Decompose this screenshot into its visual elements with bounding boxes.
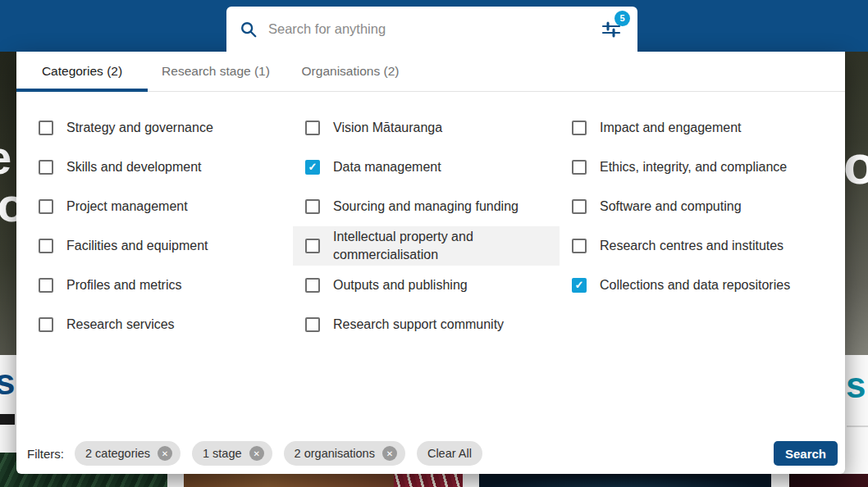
- category-option[interactable]: Research services: [26, 305, 293, 344]
- filter-overlay-panel: Categories (2) Research stage (1) Organi…: [16, 52, 845, 474]
- background-divider: [847, 426, 868, 427]
- filter-chips: 2 categories✕1 stage✕2 organisations✕Cle…: [75, 441, 482, 466]
- category-option-label: Intellectual property and commercialisat…: [333, 228, 550, 263]
- checkbox-unchecked-icon[interactable]: [39, 239, 53, 253]
- card-image-water: [479, 474, 771, 487]
- filter-chip-label: 1 stage: [203, 447, 242, 460]
- tab-categories[interactable]: Categories (2): [16, 52, 148, 91]
- category-option-label: Research services: [66, 316, 175, 334]
- hero-text-fragment: e: [0, 134, 11, 181]
- checkbox-unchecked-icon[interactable]: [305, 317, 320, 332]
- category-option[interactable]: Facilities and equipment: [26, 226, 293, 266]
- category-option[interactable]: Profiles and metrics: [26, 266, 293, 305]
- checkbox-unchecked-icon[interactable]: [305, 278, 320, 293]
- card-image-dark: [789, 474, 868, 487]
- category-option-label: Sourcing and managing funding: [333, 198, 519, 216]
- category-option-label: Impact and engagement: [600, 119, 742, 137]
- tab-research-stage[interactable]: Research stage (1): [148, 52, 284, 91]
- category-option[interactable]: Intellectual property and commercialisat…: [293, 226, 560, 266]
- category-option-label: Collections and data repositories: [600, 276, 790, 294]
- filter-chip-label: 2 organisations: [295, 447, 375, 460]
- search-button[interactable]: Search: [774, 441, 838, 466]
- category-option[interactable]: ✓Collections and data repositories: [560, 266, 822, 305]
- category-option[interactable]: Vision Mātauranga: [293, 108, 560, 148]
- category-option-label: Strategy and governance: [66, 119, 213, 137]
- checkbox-unchecked-icon[interactable]: [572, 199, 587, 214]
- checkbox-checked-icon[interactable]: ✓: [305, 160, 320, 175]
- search-input[interactable]: [268, 21, 601, 37]
- checkbox-unchecked-icon[interactable]: [39, 160, 53, 175]
- remove-filter-icon[interactable]: ✕: [249, 446, 264, 461]
- checkbox-unchecked-icon[interactable]: [39, 199, 53, 214]
- card-image-flags: [394, 474, 463, 487]
- filter-count-badge: 5: [614, 11, 630, 26]
- filter-tabs: Categories (2) Research stage (1) Organi…: [16, 52, 845, 92]
- checkbox-unchecked-icon[interactable]: [572, 239, 587, 253]
- category-option[interactable]: Outputs and publishing: [293, 266, 560, 305]
- category-option[interactable]: ✓Data management: [293, 148, 560, 187]
- remove-filter-icon[interactable]: ✕: [158, 446, 172, 461]
- category-option[interactable]: Project management: [26, 187, 293, 226]
- category-option[interactable]: Research support community: [293, 305, 560, 344]
- filters-label: Filters:: [27, 447, 64, 461]
- category-option-label: Data management: [333, 158, 441, 176]
- category-option[interactable]: Skills and development: [26, 148, 293, 187]
- category-option-label: Research centres and institutes: [600, 237, 783, 255]
- filter-settings-button[interactable]: 5: [601, 20, 621, 39]
- tab-organisations[interactable]: Organisations (2): [284, 52, 417, 91]
- search-icon: [240, 20, 258, 39]
- category-option[interactable]: Sourcing and managing funding: [293, 187, 560, 226]
- checkbox-unchecked-icon[interactable]: [39, 278, 53, 293]
- category-grid: Strategy and governanceSkills and develo…: [26, 108, 822, 344]
- checkbox-unchecked-icon[interactable]: [305, 199, 320, 214]
- checkbox-unchecked-icon[interactable]: [572, 121, 587, 135]
- category-option-label: Outputs and publishing: [333, 276, 468, 294]
- checkbox-unchecked-icon[interactable]: [39, 121, 53, 135]
- category-option[interactable]: Ethics, integrity, and compliance: [560, 148, 822, 187]
- checkbox-unchecked-icon[interactable]: [572, 160, 587, 175]
- checkbox-checked-icon[interactable]: ✓: [572, 278, 587, 293]
- filter-chip-label: Clear All: [427, 447, 472, 460]
- category-option-label: Research support community: [333, 316, 504, 334]
- category-option-label: Vision Mātauranga: [333, 119, 442, 137]
- filter-chip[interactable]: 2 categories✕: [75, 441, 180, 466]
- category-option-label: Facilities and equipment: [66, 237, 208, 255]
- heading-text-fragment: si: [846, 367, 868, 403]
- search-box: 5: [226, 7, 637, 52]
- checkbox-unchecked-icon[interactable]: [305, 239, 320, 253]
- category-option[interactable]: Research centres and institutes: [560, 226, 822, 266]
- filter-chip[interactable]: 2 organisations✕: [284, 441, 405, 466]
- hero-text-fragment: o: [843, 138, 868, 192]
- clear-all-button[interactable]: Clear All: [417, 441, 482, 466]
- category-option-label: Software and computing: [600, 198, 742, 216]
- checkbox-unchecked-icon[interactable]: [305, 121, 320, 135]
- category-option-label: Ethics, integrity, and compliance: [600, 158, 787, 176]
- category-option[interactable]: Impact and engagement: [560, 108, 822, 148]
- card-image-carving: [184, 474, 394, 487]
- category-option[interactable]: Software and computing: [560, 187, 822, 226]
- checkbox-unchecked-icon[interactable]: [39, 317, 53, 332]
- category-option-label: Skills and development: [66, 158, 202, 176]
- background-bar: [0, 414, 15, 425]
- filter-chip[interactable]: 1 stage✕: [192, 441, 272, 466]
- category-option-label: Profiles and metrics: [66, 276, 182, 294]
- filter-footer: Filters: 2 categories✕1 stage✕2 organisa…: [27, 441, 838, 466]
- category-option[interactable]: Strategy and governance: [26, 108, 293, 148]
- category-option-label: Project management: [66, 198, 188, 216]
- remove-filter-icon[interactable]: ✕: [382, 446, 397, 461]
- filter-chip-label: 2 categories: [85, 447, 150, 460]
